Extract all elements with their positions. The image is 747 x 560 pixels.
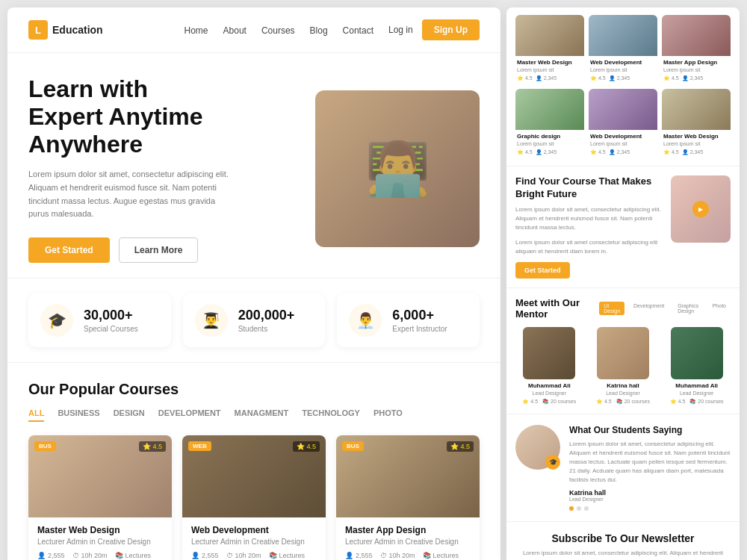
logo: L Education [28,20,103,40]
signup-button[interactable]: Sign Up [422,19,480,40]
testimonial-badge: 🎓 [545,455,560,470]
course-author-3: Lecturer Admin in Creative Design [345,538,471,546]
testimonial-avatar: 🎓 [515,425,560,470]
dot-2[interactable] [577,506,581,511]
logo-name: Education [52,24,103,36]
courses-section: Our Popular Courses ALL BUSINESS DESIGN … [7,363,500,560]
course-rating-3: ⭐ 4.5 [447,441,474,452]
testimonial-text: Lorem ipsum dolor sit amet, consectetur … [569,440,731,485]
hero-description: Lorem ipsum dolor sit amet, consectetur … [28,168,238,220]
right-panel: Master Web Design Lorem ipsum sit ⭐ 4.5👤… [506,7,740,560]
mini-card-1[interactable]: Master Web Design Lorem ipsum sit ⭐ 4.5👤… [515,15,584,84]
course-meta-2: 👤 2,555 ⏱ 10h 20m 📚 Lectures [191,552,317,559]
mentor-card-3[interactable]: Muhammad Ali Lead Designer ⭐ 4.5📚 20 cou… [663,327,731,405]
mentor-role-1: Lead Designer [515,391,583,396]
find-course-button[interactable]: Get Started [515,262,570,279]
course-rating-1: ⭐ 4.5 [139,441,166,452]
course-meta-3: 👤 2,555 ⏱ 10h 20m 📚 Lectures [345,552,471,559]
dot-1[interactable] [569,506,574,511]
course-card-3[interactable]: BUS ⭐ 4.5 Master App Design Lecturer Adm… [336,435,480,560]
mini-card-label-3: Master App Design [662,56,731,67]
course-tabs: ALL BUSINESS DESIGN DEVELOPMENT MANAGMEN… [28,408,480,422]
stats-section: 🎓 30,000+ Special Courses 👨‍🎓 200,000+ S… [7,278,500,363]
course-author-2: Lecturer Admin in Creative Design [191,538,317,546]
navbar: L Education Home About Courses Blog Cont… [7,7,500,53]
mini-card-sub-6: Lorem ipsum sit [662,141,731,148]
course-author-1: Lecturer Admin in Creative Design [37,538,163,546]
nav-about[interactable]: About [223,25,247,36]
mentor-tab-photo[interactable]: Photo [708,302,731,315]
course-image-2: WEB ⭐ 4.5 [182,435,326,517]
mini-card-img-5 [589,89,657,130]
nav-contact[interactable]: Contact [343,25,374,36]
course-card-1[interactable]: BUS ⭐ 4.5 Master Web Design Lecturer Adm… [28,435,172,560]
course-meta-1: 👤 2,555 ⏱ 10h 20m 📚 Lectures [37,552,163,559]
mini-card-img-1 [515,15,584,56]
mentor-card-1[interactable]: Muhammad Ali Lead Designer ⭐ 4.5📚 20 cou… [515,327,583,405]
mentor-tabs: UI Design Development Graphics Design Ph… [599,302,731,315]
mentor-section: Meet with Our Mentor UI Design Developme… [506,287,740,414]
course-image-1: BUS ⭐ 4.5 [28,435,172,517]
newsletter-description: Lorem ipsum dolor sit amet, consectetur … [515,549,731,560]
tab-development[interactable]: DEVELOPMENT [158,408,221,422]
tab-design[interactable]: DESIGN [114,408,145,422]
newsletter-title: Subscribe To Our Newsletter [515,532,731,544]
mentor-name-1: Muhammad Ali [515,382,583,389]
mentor-name-3: Muhammad Ali [663,382,731,389]
course-badge-1: BUS [34,441,56,451]
mini-card-sub-2: Lorem ipsum sit [589,67,657,74]
course-name-3: Master App Design [345,525,471,535]
course-image-3: BUS ⭐ 4.5 [336,435,480,517]
mentor-card-2[interactable]: Katrina hall Lead Designer ⭐ 4.5📚 20 cou… [589,327,657,405]
course-badge-3: BUS [342,441,364,451]
course-card-2[interactable]: WEB ⭐ 4.5 Web Development Lecturer Admin… [182,435,326,560]
nav-home[interactable]: Home [185,25,208,36]
login-link[interactable]: Log in [388,25,413,35]
stat-label-courses: Special Courses [84,325,138,333]
mini-card-3[interactable]: Master App Design Lorem ipsum sit ⭐ 4.5👤… [662,15,731,84]
testimonial-section: 🎓 What Our Students Saying Lorem ipsum d… [506,414,740,521]
mini-card-5[interactable]: Web Development Lorem ipsum sit ⭐ 4.5👤 2… [589,89,657,158]
top-courses-grid: Master Web Design Lorem ipsum sit ⭐ 4.5👤… [506,7,740,166]
mini-card-sub-3: Lorem ipsum sit [662,67,731,74]
mentor-name-2: Katrina hall [589,382,657,389]
testimonial-title: What Our Students Saying [569,425,731,435]
mini-card-4[interactable]: Graphic design Lorem ipsum sit ⭐ 4.5👤 2,… [515,89,584,158]
stat-number-instructors: 6,000+ [392,308,447,323]
mini-card-label-1: Master Web Design [515,56,584,67]
mentor-avatar-3 [671,327,723,379]
stat-card-instructors: 👨‍💼 6,000+ Expert Instructor [337,293,480,347]
tab-photo[interactable]: PHOTO [374,408,403,422]
tab-technology[interactable]: TECHNOLOGY [302,408,360,422]
mini-card-label-2: Web Development [589,56,657,67]
mini-card-img-4 [515,89,584,130]
stat-icon-instructors: 👨‍💼 [349,304,382,337]
mini-card-label-5: Web Development [589,130,657,141]
learn-more-button[interactable]: Learn More [119,237,199,263]
nav-blog[interactable]: Blog [310,25,328,36]
dot-3[interactable] [584,506,589,511]
hero-title: Learn with Expert Anytime Anywhere [28,75,300,158]
nav-links: Home About Courses Blog Contact [185,23,374,37]
tab-all[interactable]: ALL [28,408,44,422]
courses-grid: BUS ⭐ 4.5 Master Web Design Lecturer Adm… [28,435,480,560]
stat-card-students: 👨‍🎓 200,000+ Students [183,293,326,347]
mentor-tab-graphics[interactable]: Graphics Design [673,302,703,315]
courses-title: Our Popular Courses [28,381,480,398]
mentor-title: Meet with Our Mentor [515,297,599,320]
mentor-tab-dev[interactable]: Development [629,302,669,315]
mentor-tab-ui[interactable]: UI Design [599,302,624,315]
find-course-title: Find Your Course That Makes Bright Futur… [515,175,662,201]
mini-card-2[interactable]: Web Development Lorem ipsum sit ⭐ 4.5👤 2… [589,15,657,84]
find-course-desc: Lorem ipsum dolor sit amet, consectetur … [515,205,662,232]
stat-icon-courses: 🎓 [40,304,73,337]
tab-management[interactable]: MANAGMENT [235,408,289,422]
hero-image: 👨‍💻 [315,90,480,247]
play-button[interactable]: ▶ [692,201,709,217]
mini-card-6[interactable]: Master Web Design Lorem ipsum sit ⭐ 4.5👤… [662,89,731,158]
stat-label-students: Students [238,325,295,333]
mini-card-label-6: Master Web Design [662,130,731,141]
tab-business[interactable]: BUSINESS [58,408,99,422]
get-started-button[interactable]: Get Started [28,237,110,263]
nav-courses[interactable]: Courses [261,25,295,36]
